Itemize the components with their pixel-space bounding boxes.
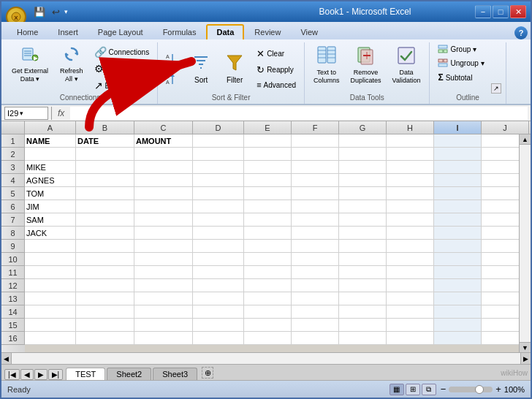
cell-e4[interactable] xyxy=(244,174,292,187)
get-external-data-button[interactable]: ▶ Get ExternalData ▾ xyxy=(7,42,53,86)
cell-j2[interactable] xyxy=(482,148,519,161)
corner-cell[interactable] xyxy=(1,121,25,134)
cell-b6[interactable] xyxy=(76,200,134,213)
cell-h6[interactable] xyxy=(387,200,434,213)
col-header-d[interactable]: D xyxy=(193,121,244,134)
cell-b1[interactable]: DATE xyxy=(76,134,134,148)
cell-j4[interactable] xyxy=(482,174,519,187)
page-layout-view-button[interactable]: ⊞ xyxy=(406,384,420,395)
page-break-view-button[interactable]: ⧉ xyxy=(422,384,436,395)
cell-i8[interactable] xyxy=(434,227,482,240)
cell-i5[interactable] xyxy=(434,187,482,200)
cell-g8[interactable] xyxy=(339,227,387,240)
scroll-left-button[interactable]: ◀ xyxy=(1,353,12,364)
row-header-16[interactable]: 16 xyxy=(1,332,25,345)
cell-i4[interactable] xyxy=(434,174,482,187)
cell-a6[interactable]: JIM xyxy=(25,200,76,213)
row-header-13[interactable]: 13 xyxy=(1,292,25,305)
row-header-5[interactable]: 5 xyxy=(1,187,25,200)
edit-links-button[interactable]: ↗ Edit Links xyxy=(91,77,153,94)
cell-e3[interactable] xyxy=(244,161,292,174)
row-header-6[interactable]: 6 xyxy=(1,200,25,213)
cell-g6[interactable] xyxy=(339,200,387,213)
sheet-tab-sheet2[interactable]: Sheet2 xyxy=(107,368,151,380)
col-header-h[interactable]: H xyxy=(387,121,434,134)
cell-h3[interactable] xyxy=(387,161,434,174)
zoom-out-button[interactable]: − xyxy=(441,384,446,395)
cell-d7[interactable] xyxy=(193,213,244,227)
cell-f6[interactable] xyxy=(292,200,339,213)
cell-a3[interactable]: MIKE xyxy=(25,161,76,174)
cell-j6[interactable] xyxy=(482,200,519,213)
cell-j1[interactable] xyxy=(482,134,519,148)
sheet-last-button[interactable]: ▶| xyxy=(48,369,64,380)
cell-d8[interactable] xyxy=(193,227,244,240)
reapply-button[interactable]: ↻ Reapply xyxy=(253,62,300,77)
row-header-2[interactable]: 2 xyxy=(1,148,25,161)
cell-a1[interactable]: NAME xyxy=(25,134,76,148)
col-header-e[interactable]: E xyxy=(244,121,292,134)
advanced-button[interactable]: ≡ Advanced xyxy=(253,78,300,91)
cell-b4[interactable] xyxy=(76,174,134,187)
row-header-9[interactable]: 9 xyxy=(1,240,25,253)
close-button[interactable]: ✕ xyxy=(510,5,526,18)
sheet-first-button[interactable]: |◀ xyxy=(4,369,20,380)
sort-az-button[interactable]: A Z xyxy=(162,50,183,69)
cell-g3[interactable] xyxy=(339,161,387,174)
qat-dropdown[interactable]: ▾ xyxy=(64,8,68,15)
scroll-down-button[interactable]: ▼ xyxy=(520,342,531,352)
data-validation-button[interactable]: DataValidation xyxy=(388,42,425,88)
restore-button[interactable]: □ xyxy=(493,5,509,18)
col-header-f[interactable]: F xyxy=(292,121,339,134)
name-box-dropdown[interactable]: ▾ xyxy=(20,110,23,117)
connections-button[interactable]: 🔗 Connections xyxy=(91,44,153,60)
cell-h7[interactable] xyxy=(387,213,434,227)
row-header-10[interactable]: 10 xyxy=(1,253,25,266)
col-header-j[interactable]: J xyxy=(482,121,529,134)
cell-a9[interactable] xyxy=(25,240,76,253)
remove-duplicates-button[interactable]: RemoveDuplicates xyxy=(346,42,386,88)
undo-qat-button[interactable]: ↩ xyxy=(48,5,63,18)
cell-c8[interactable] xyxy=(134,227,193,240)
cell-j5[interactable] xyxy=(482,187,519,200)
cell-i3[interactable] xyxy=(434,161,482,174)
row-header-4[interactable]: 4 xyxy=(1,174,25,187)
cell-i7[interactable] xyxy=(434,213,482,227)
zoom-thumb[interactable] xyxy=(475,385,484,394)
row-header-7[interactable]: 7 xyxy=(1,213,25,227)
row-header-1[interactable]: 1 xyxy=(1,134,25,148)
col-header-a[interactable]: A xyxy=(25,121,76,134)
tab-data[interactable]: Data xyxy=(206,24,244,39)
scroll-h-track[interactable] xyxy=(12,353,520,364)
cell-c7[interactable] xyxy=(134,213,193,227)
tab-review[interactable]: Review xyxy=(245,25,290,39)
cell-b7[interactable] xyxy=(76,213,134,227)
cell-g5[interactable] xyxy=(339,187,387,200)
cell-g2[interactable] xyxy=(339,148,387,161)
cell-e1[interactable] xyxy=(244,134,292,148)
tab-view[interactable]: View xyxy=(291,25,327,39)
col-header-c[interactable]: C xyxy=(134,121,193,134)
cell-a8[interactable]: JACK xyxy=(25,227,76,240)
clear-button[interactable]: ✕ Clear xyxy=(253,46,300,61)
properties-button[interactable]: ⚙ Properties xyxy=(91,61,153,77)
cell-b5[interactable] xyxy=(76,187,134,200)
text-to-columns-button[interactable]: Text toColumns xyxy=(309,42,344,88)
help-button[interactable]: ? xyxy=(514,26,528,39)
save-qat-button[interactable]: 💾 xyxy=(32,5,47,18)
cell-i2[interactable] xyxy=(434,148,482,161)
cell-h1[interactable] xyxy=(387,134,434,148)
row-header-12[interactable]: 12 xyxy=(1,279,25,292)
scroll-right-button[interactable]: ▶ xyxy=(520,353,531,364)
cell-f5[interactable] xyxy=(292,187,339,200)
cell-c5[interactable] xyxy=(134,187,193,200)
cell-d1[interactable] xyxy=(193,134,244,148)
vertical-scrollbar[interactable]: ▲ ▼ xyxy=(519,134,531,352)
name-box[interactable]: I29 ▾ xyxy=(4,107,48,120)
col-header-g[interactable]: G xyxy=(339,121,387,134)
sheet-tab-sheet3[interactable]: Sheet3 xyxy=(153,368,197,380)
outline-expander[interactable]: ↗ xyxy=(491,83,501,94)
cell-f2[interactable] xyxy=(292,148,339,161)
cell-h2[interactable] xyxy=(387,148,434,161)
cell-e5[interactable] xyxy=(244,187,292,200)
